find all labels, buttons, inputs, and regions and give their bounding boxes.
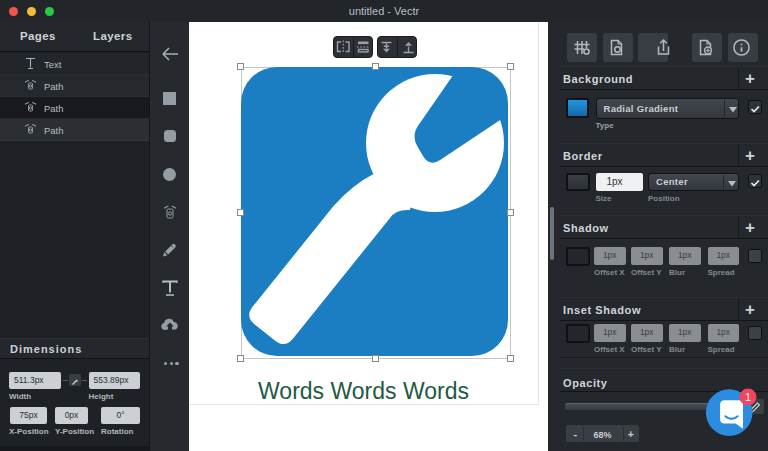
- svg-text:1: 1: [745, 391, 751, 403]
